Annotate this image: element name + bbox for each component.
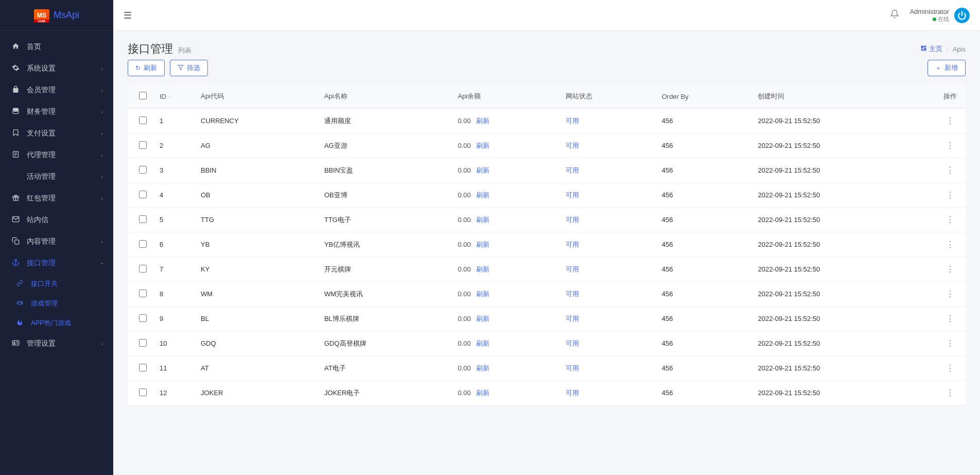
- status-link[interactable]: 可用: [566, 340, 579, 347]
- sidebar-item-9[interactable]: 内容管理›: [0, 231, 113, 252]
- user-menu[interactable]: Administrator 在线: [909, 8, 970, 23]
- balance-refresh-link[interactable]: 刷新: [476, 388, 489, 398]
- cell-created-at: 2022-09-21 15:52:50: [751, 208, 935, 232]
- breadcrumb: 主页 / Apis: [920, 44, 966, 54]
- status-link[interactable]: 可用: [566, 241, 579, 248]
- row-checkbox[interactable]: [139, 290, 147, 297]
- balance-refresh-link[interactable]: 刷新: [476, 166, 489, 175]
- sidebar-item-0[interactable]: 首页: [0, 36, 113, 58]
- sidebar-item-10[interactable]: 接口管理›: [0, 252, 113, 274]
- header-api-balance[interactable]: Api余额: [451, 84, 559, 109]
- add-button[interactable]: ＋ 新增: [927, 60, 966, 76]
- header-order-by[interactable]: Order By: [656, 84, 752, 109]
- status-link[interactable]: 可用: [566, 290, 579, 298]
- header-id[interactable]: ID↑: [153, 84, 195, 109]
- row-actions-icon[interactable]: ⋮: [946, 339, 954, 348]
- balance-refresh-link[interactable]: 刷新: [476, 290, 489, 299]
- header-site-status[interactable]: 网站状态: [559, 84, 656, 109]
- sidebar-item-3[interactable]: 财务管理›: [0, 101, 113, 123]
- select-all-checkbox[interactable]: [139, 92, 147, 99]
- row-actions-icon[interactable]: ⋮: [946, 290, 954, 298]
- status-link[interactable]: 可用: [566, 216, 579, 224]
- sidebar-subitem-10-1[interactable]: 游戏管理: [0, 294, 113, 313]
- sidebar-subitem-10-2[interactable]: APP热门游戏: [0, 313, 113, 333]
- row-actions-icon[interactable]: ⋮: [946, 141, 954, 150]
- header-api-name[interactable]: Api名称: [318, 84, 451, 109]
- row-checkbox[interactable]: [139, 265, 147, 273]
- row-checkbox[interactable]: [139, 215, 147, 223]
- main: ☰ Administrator 在线 接口管理 列表: [113, 0, 980, 475]
- row-checkbox[interactable]: [139, 166, 147, 174]
- row-checkbox[interactable]: [139, 191, 147, 198]
- cell-api-code: JOKER: [195, 381, 318, 405]
- row-checkbox[interactable]: [139, 116, 147, 124]
- svg-rect-9: [14, 240, 19, 244]
- row-checkbox[interactable]: [139, 339, 147, 347]
- header-api-code[interactable]: Api代码: [195, 84, 318, 109]
- sidebar-item-7[interactable]: 红包管理›: [0, 188, 113, 209]
- svg-point-18: [13, 342, 15, 344]
- cell-api-name: WM完美视讯: [318, 282, 451, 307]
- gamepad-icon: [14, 299, 25, 308]
- filter-icon: [178, 64, 184, 72]
- refresh-button[interactable]: ↻ 刷新: [128, 60, 165, 76]
- balance-refresh-link[interactable]: 刷新: [476, 265, 489, 274]
- status-link[interactable]: 可用: [566, 142, 579, 149]
- status-link[interactable]: 可用: [566, 315, 579, 323]
- balance-value: 0.00: [458, 216, 470, 224]
- header-created-at[interactable]: 创建时间: [751, 84, 935, 109]
- row-actions-icon[interactable]: ⋮: [946, 364, 954, 372]
- status-link[interactable]: 可用: [566, 191, 579, 199]
- sidebar-item-5[interactable]: 代理管理›: [0, 144, 113, 166]
- row-checkbox[interactable]: [139, 141, 147, 149]
- cell-created-at: 2022-09-21 15:52:50: [751, 109, 935, 133]
- cell-created-at: 2022-09-21 15:52:50: [751, 282, 935, 307]
- sidebar-subitem-10-0[interactable]: 接口开关: [0, 274, 113, 294]
- sidebar-item-8[interactable]: 站内信: [0, 209, 113, 231]
- status-link[interactable]: 可用: [566, 364, 579, 372]
- filter-button[interactable]: 筛选: [170, 60, 208, 76]
- row-actions-icon[interactable]: ⋮: [946, 388, 954, 397]
- row-checkbox[interactable]: [139, 240, 147, 248]
- brand[interactable]: MS MsApi: [0, 0, 113, 31]
- bookmark-icon: [10, 129, 21, 138]
- table-row: 11 AT AT电子 0.00刷新 可用 456 2022-09-21 15:5…: [128, 356, 966, 381]
- sidebar-item-4[interactable]: 支付设置›: [0, 123, 113, 144]
- breadcrumb-home[interactable]: 主页: [920, 44, 942, 54]
- cell-api-balance: 0.00刷新: [451, 208, 559, 232]
- row-actions-icon[interactable]: ⋮: [946, 215, 954, 224]
- row-actions-icon[interactable]: ⋮: [946, 240, 954, 249]
- cell-created-at: 2022-09-21 15:52:50: [751, 356, 935, 381]
- cell-status: 可用: [559, 257, 656, 282]
- user-name: Administrator: [909, 8, 949, 15]
- bell-icon[interactable]: [890, 9, 899, 21]
- hamburger-icon[interactable]: ☰: [124, 10, 132, 21]
- sidebar-item-11[interactable]: 管理设置›: [0, 333, 113, 354]
- row-checkbox[interactable]: [139, 314, 147, 322]
- row-checkbox[interactable]: [139, 388, 147, 396]
- balance-refresh-link[interactable]: 刷新: [476, 141, 489, 150]
- row-actions-icon[interactable]: ⋮: [946, 116, 954, 125]
- cell-api-name: AG亚游: [318, 133, 451, 158]
- status-link[interactable]: 可用: [566, 265, 579, 273]
- balance-refresh-link[interactable]: 刷新: [476, 116, 489, 126]
- balance-refresh-link[interactable]: 刷新: [476, 215, 489, 225]
- row-actions-icon[interactable]: ⋮: [946, 166, 954, 175]
- sidebar-item-1[interactable]: 系统设置›: [0, 58, 113, 79]
- power-icon[interactable]: [954, 8, 970, 23]
- sidebar-item-6[interactable]: 活动管理›: [0, 166, 113, 188]
- balance-refresh-link[interactable]: 刷新: [476, 191, 489, 200]
- row-actions-icon[interactable]: ⋮: [946, 191, 954, 199]
- balance-refresh-link[interactable]: 刷新: [476, 240, 489, 249]
- row-actions-icon[interactable]: ⋮: [946, 314, 954, 323]
- user-status: 在线: [909, 15, 949, 23]
- row-actions-icon[interactable]: ⋮: [946, 265, 954, 274]
- status-link[interactable]: 可用: [566, 389, 579, 397]
- balance-refresh-link[interactable]: 刷新: [476, 314, 489, 324]
- sidebar-item-2[interactable]: 会员管理›: [0, 79, 113, 101]
- status-link[interactable]: 可用: [566, 117, 579, 125]
- balance-refresh-link[interactable]: 刷新: [476, 339, 489, 348]
- row-checkbox[interactable]: [139, 364, 147, 371]
- status-link[interactable]: 可用: [566, 166, 579, 174]
- balance-refresh-link[interactable]: 刷新: [476, 364, 489, 373]
